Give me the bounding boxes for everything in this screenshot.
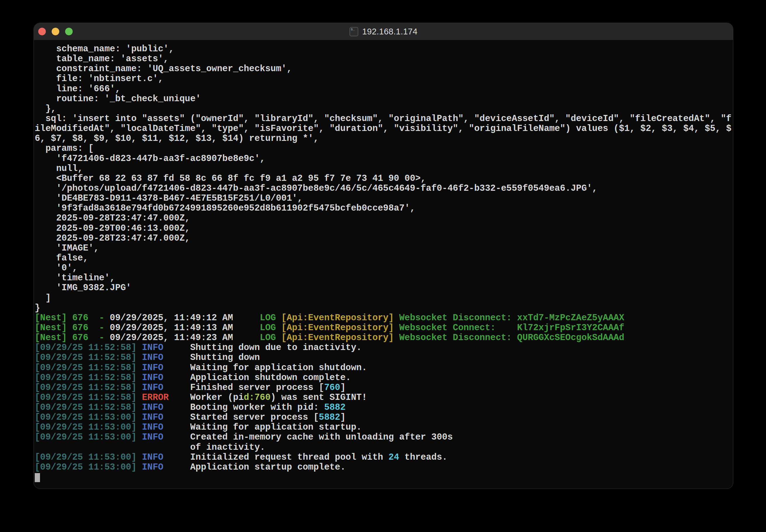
log-segment: Application startup complete. bbox=[163, 462, 346, 472]
terminal-line: 2025-09-28T23:47:47.000Z, bbox=[35, 233, 733, 243]
log-segment: table_name: 'assets', bbox=[35, 54, 169, 64]
log-segment: Application shutdown complete. bbox=[163, 373, 351, 383]
log-segment: Started server process [ bbox=[163, 412, 319, 422]
log-segment: 24 bbox=[389, 452, 399, 462]
terminal-line: table_name: 'assets', bbox=[35, 54, 733, 64]
log-segment: [09/29/25 11:52:58] bbox=[35, 353, 137, 363]
terminal-line: schema_name: 'public', bbox=[35, 44, 733, 54]
log-segment: [Nest] 676 - bbox=[35, 323, 110, 333]
log-segment: 5882 bbox=[319, 412, 340, 422]
terminal-line: sql: 'insert into "assets" ("ownerId", "… bbox=[35, 114, 733, 124]
log-segment: false, bbox=[35, 253, 88, 263]
log-segment: LOG bbox=[233, 313, 281, 323]
log-segment: [09/29/25 11:53:00] bbox=[35, 422, 137, 432]
log-segment: }, bbox=[35, 104, 56, 114]
log-segment: [09/29/25 11:53:00] bbox=[35, 412, 137, 422]
log-segment: null, bbox=[35, 164, 83, 174]
terminal-line: 'f4721406-d823-447b-aa3f-ac8907be8e9c', bbox=[35, 154, 733, 164]
terminal-line: [09/29/25 11:52:58] INFO Finished server… bbox=[35, 383, 733, 393]
title-group: $_ 192.168.1.174 bbox=[349, 27, 417, 36]
log-segment: 2025-09-28T23:47:47.000Z, bbox=[35, 213, 190, 223]
zoom-button[interactable] bbox=[65, 28, 73, 35]
log-segment: INFO bbox=[142, 373, 163, 383]
log-segment: } bbox=[35, 303, 40, 313]
terminal-line: [09/29/25 11:52:58] INFO Shutting down bbox=[35, 353, 733, 363]
log-segment: 'timeline', bbox=[35, 273, 115, 283]
log-segment: Shutting down due to inactivity. bbox=[163, 343, 362, 353]
log-segment: [09/29/25 11:52:58] bbox=[35, 383, 137, 393]
terminal-output[interactable]: schema_name: 'public', table_name: 'asse… bbox=[34, 40, 733, 482]
titlebar[interactable]: $_ 192.168.1.174 bbox=[34, 23, 733, 40]
log-segment: Created in-memory cache with unloading a… bbox=[163, 432, 453, 442]
log-segment bbox=[137, 432, 142, 442]
log-segment: [09/29/25 11:53:00] bbox=[35, 462, 137, 472]
log-segment: INFO bbox=[142, 403, 163, 412]
terminal-line: [09/29/25 11:52:58] INFO Booting worker … bbox=[35, 403, 733, 412]
log-segment: Websocket Disconnect: QURGGXcSEOcgokSdAA… bbox=[394, 333, 624, 343]
log-segment: constraint_name: 'UQ_assets_owner_checks… bbox=[35, 64, 292, 74]
terminal-line: [Nest] 676 - 09/29/2025, 11:49:13 AM LOG… bbox=[35, 323, 733, 333]
log-segment: 09/29/2025, 11:49:13 AM bbox=[110, 323, 233, 333]
log-segment: 2025-09-28T23:47:47.000Z, bbox=[35, 233, 190, 243]
terminal-line: [09/29/25 11:52:58] INFO Waiting for app… bbox=[35, 363, 733, 373]
log-segment: Finished server process [ bbox=[163, 383, 324, 393]
log-segment: LOG bbox=[233, 323, 281, 333]
terminal-line: routine: '_bt_check_unique' bbox=[35, 94, 733, 104]
terminal-line: '0', bbox=[35, 263, 733, 273]
log-segment: 'IMG_9382.JPG' bbox=[35, 283, 131, 293]
terminal-line: } bbox=[35, 303, 733, 313]
log-segment: 5882 bbox=[324, 403, 345, 412]
terminal-window: $_ 192.168.1.174 schema_name: 'public', … bbox=[34, 23, 733, 489]
log-segment: '0', bbox=[35, 263, 78, 273]
log-segment: ileModifiedAt", "localDateTime", "type",… bbox=[35, 124, 732, 134]
terminal-line: }, bbox=[35, 104, 733, 114]
log-segment: [09/29/25 11:53:00] bbox=[35, 452, 137, 462]
terminal-cursor bbox=[35, 473, 40, 482]
log-segment bbox=[137, 353, 142, 363]
close-button[interactable] bbox=[38, 28, 46, 35]
terminal-line: [09/29/25 11:53:00] INFO Initialized req… bbox=[35, 452, 733, 462]
terminal-line: line: '666', bbox=[35, 84, 733, 94]
terminal-line: [09/29/25 11:53:00] INFO Application sta… bbox=[35, 462, 733, 472]
log-segment: INFO bbox=[142, 353, 163, 363]
prompt-glyph: $_ bbox=[351, 28, 355, 31]
desktop: { "window": { "title": "192.168.1.174", … bbox=[0, 0, 766, 532]
log-segment: LOG bbox=[233, 333, 281, 343]
log-segment: 09/29/2025, 11:49:12 AM bbox=[110, 313, 233, 323]
log-segment: INFO bbox=[142, 452, 163, 462]
log-segment: INFO bbox=[142, 383, 163, 393]
terminal-line: 'timeline', bbox=[35, 273, 733, 283]
log-segment: Waiting for application shutdown. bbox=[163, 363, 367, 373]
log-segment: ) was sent SIGINT! bbox=[271, 393, 367, 403]
log-segment: 'f4721406-d823-447b-aa3f-ac8907be8e9c', bbox=[35, 154, 265, 164]
log-segment: threads. bbox=[399, 452, 447, 462]
log-segment: [Api:EventRepository] bbox=[282, 313, 394, 323]
terminal-line: 6, $7, $8, $9, $10, $11, $12, $13, $14) … bbox=[35, 134, 733, 143]
terminal-line bbox=[35, 472, 733, 482]
log-segment bbox=[137, 462, 142, 472]
minimize-button[interactable] bbox=[52, 28, 59, 35]
log-segment: 2025-09-29T00:46:13.000Z, bbox=[35, 223, 190, 233]
log-segment: routine: '_bt_check_unique' bbox=[35, 94, 201, 104]
log-segment bbox=[137, 403, 142, 412]
log-segment: [Api:EventRepository] bbox=[282, 333, 394, 343]
terminal-line: '9f3fad8a3618e794fd0b6724991895260e952d8… bbox=[35, 203, 733, 213]
terminal-line: [Nest] 676 - 09/29/2025, 11:49:23 AM LOG… bbox=[35, 333, 733, 343]
log-segment: 'IMAGE', bbox=[35, 243, 99, 253]
log-segment: params: [ bbox=[35, 143, 94, 153]
log-segment: 'DE4BE783-D911-4378-B467-4E7E5B15F251/L0… bbox=[35, 193, 303, 203]
log-segment: 760 bbox=[324, 383, 340, 393]
log-segment: of inactivity. bbox=[35, 442, 265, 452]
terminal-line: [09/29/25 11:52:58] INFO Shutting down d… bbox=[35, 343, 733, 353]
terminal-line: file: 'nbtinsert.c', bbox=[35, 74, 733, 84]
log-segment: [09/29/25 11:52:58] bbox=[35, 363, 137, 373]
terminal-proxy-icon: $_ bbox=[349, 27, 358, 36]
log-segment: [Nest] 676 - bbox=[35, 313, 110, 323]
log-segment bbox=[137, 393, 142, 403]
window-title: 192.168.1.174 bbox=[362, 27, 417, 36]
log-segment bbox=[137, 412, 142, 422]
terminal-line: 'DE4BE783-D911-4378-B467-4E7E5B15F251/L0… bbox=[35, 193, 733, 203]
log-segment: 6, $7, $8, $9, $10, $11, $12, $13, $14) … bbox=[35, 134, 319, 143]
log-segment: file: 'nbtinsert.c', bbox=[35, 74, 163, 84]
log-segment: [09/29/25 11:52:58] bbox=[35, 393, 137, 403]
